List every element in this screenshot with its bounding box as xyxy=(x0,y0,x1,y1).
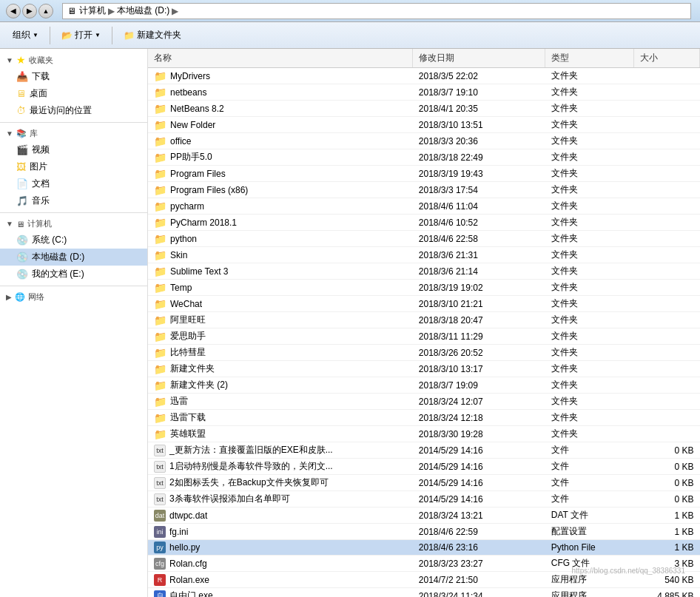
table-row[interactable]: pyhello.py 2018/4/6 23:16 Python File 1 … xyxy=(148,540,700,556)
table-row[interactable]: 📁英雄联盟 2018/3/30 19:28 文件夹 xyxy=(148,426,700,442)
cell-date: 2018/3/24 13:21 xyxy=(413,507,545,524)
col-date[interactable]: 修改日期 xyxy=(413,49,545,68)
table-row[interactable]: 📁PP助手5.0 2018/3/18 22:49 文件夹 xyxy=(148,149,700,166)
open-icon: 📂 xyxy=(61,30,73,41)
cell-size: 0 KB xyxy=(633,475,699,491)
table-row[interactable]: 📁Temp 2018/3/19 19:02 文件夹 xyxy=(148,280,700,296)
table-row[interactable]: txt1启动特别慢是杀毒软件导致的，关闭文... 2014/5/29 14:16… xyxy=(148,459,700,475)
table-row[interactable]: 📁新建文件夹 (2) 2018/3/7 19:09 文件夹 xyxy=(148,377,700,394)
file-name-text: Program Files (x86) xyxy=(170,185,248,195)
cell-name: 📁迅雷下载 xyxy=(148,410,413,426)
table-row[interactable]: datdtwpc.dat 2018/3/24 13:21 DAT 文件 1 KB xyxy=(148,507,700,524)
file-name-text: Sublime Text 3 xyxy=(170,266,229,277)
network-label: 网络 xyxy=(28,291,44,303)
up-button[interactable]: ▲ xyxy=(38,4,53,18)
cell-type: 文件夹 xyxy=(545,231,633,247)
col-size[interactable]: 大小 xyxy=(633,49,699,68)
table-row[interactable]: 📁Skin 2018/3/6 21:31 文件夹 xyxy=(148,247,700,263)
table-row[interactable]: 📁迅雷 2018/3/24 12:07 文件夹 xyxy=(148,394,700,410)
table-row[interactable]: 📁Program Files (x86) 2018/3/3 17:54 文件夹 xyxy=(148,182,700,198)
downloads-icon: 📥 xyxy=(16,71,28,82)
new-folder-button[interactable]: 📁 新建文件夹 xyxy=(117,27,188,44)
table-row[interactable]: 📁MyDrivers 2018/3/5 22:02 文件夹 xyxy=(148,68,700,84)
table-row[interactable]: 📁pycharm 2018/4/6 11:04 文件夹 xyxy=(148,198,700,215)
cell-type: 文件夹 xyxy=(545,182,633,198)
table-row[interactable]: 自自由门.exe 2018/3/24 11:34 应用程序 4,885 KB xyxy=(148,588,700,598)
cell-date: 2014/7/2 21:50 xyxy=(413,572,545,588)
sidebar-item-drive-d[interactable]: 💿 本地磁盘 (D:) xyxy=(0,249,147,266)
organize-button[interactable]: 组织 ▼ xyxy=(6,27,45,44)
file-name-text: Rolan.cfg xyxy=(169,559,207,569)
cell-type: 文件夹 xyxy=(545,166,633,182)
file-name-text: python xyxy=(170,234,197,244)
forward-button[interactable]: ▶ xyxy=(22,4,37,18)
table-row[interactable]: txt_更新方法：直接覆盖旧版的EXE和皮肤... 2014/5/29 14:1… xyxy=(148,442,700,459)
table-row[interactable]: 📁爱思助手 2018/3/11 11:29 文件夹 xyxy=(148,328,700,345)
cell-size xyxy=(633,117,699,133)
open-button[interactable]: 📂 打开 ▼ xyxy=(55,27,107,44)
cell-name: 📁Program Files (x86) xyxy=(148,182,413,198)
sidebar-library-header[interactable]: ▼ 📚 库 xyxy=(0,126,147,141)
new-folder-icon: 📁 xyxy=(124,30,135,41)
cell-type: 文件夹 xyxy=(545,215,633,231)
table-row[interactable]: 📁比特彗星 2018/3/26 20:52 文件夹 xyxy=(148,345,700,361)
sidebar-item-music[interactable]: 🎵 音乐 xyxy=(0,192,147,209)
cell-date: 2018/3/24 12:07 xyxy=(413,394,545,410)
table-row[interactable]: cfgRolan.cfg 2018/3/23 23:27 CFG 文件 3 KB xyxy=(148,556,700,572)
table-row[interactable]: inifg.ini 2018/4/6 22:59 配置设置 1 KB xyxy=(148,524,700,540)
video-icon: 🎬 xyxy=(16,144,28,155)
table-row[interactable]: 📁New Folder 2018/3/10 13:51 文件夹 xyxy=(148,117,700,133)
table-row[interactable]: 📁NetBeans 8.2 2018/4/1 20:35 文件夹 xyxy=(148,101,700,117)
sidebar-network-header[interactable]: ▶ 🌐 网络 xyxy=(0,289,147,305)
table-row[interactable]: 📁office 2018/3/3 20:36 文件夹 xyxy=(148,133,700,149)
table-row[interactable]: 📁PyCharm 2018.1 2018/4/6 10:52 文件夹 xyxy=(148,215,700,231)
sidebar-item-downloads[interactable]: 📥 下载 xyxy=(0,68,147,85)
file-name-text: New Folder xyxy=(170,120,215,130)
folder-icon: 📁 xyxy=(154,87,166,98)
table-row[interactable]: txt3杀毒软件误报添加白名单即可 2014/5/29 14:16 文件 0 K… xyxy=(148,491,700,507)
table-row[interactable]: 📁新建文件夹 2018/3/10 13:17 文件夹 xyxy=(148,361,700,377)
sidebar-item-recent[interactable]: ⏱ 最近访问的位置 xyxy=(0,102,147,119)
sidebar-item-desktop[interactable]: 🖥 桌面 xyxy=(0,85,147,102)
col-type[interactable]: 类型 xyxy=(545,49,633,68)
table-row[interactable]: txt2如图标丢失，在Backup文件夹恢复即可 2014/5/29 14:16… xyxy=(148,475,700,491)
cell-size xyxy=(633,328,699,345)
sidebar-item-video[interactable]: 🎬 视频 xyxy=(0,141,147,158)
table-row[interactable]: 📁Sublime Text 3 2018/3/6 21:14 文件夹 xyxy=(148,263,700,280)
cell-type: 文件夹 xyxy=(545,117,633,133)
cell-date: 2018/3/23 23:27 xyxy=(413,556,545,572)
sidebar-favorites-header[interactable]: ▼ ★ 收藏夹 xyxy=(0,52,147,68)
table-row[interactable]: RRolan.exe 2014/7/2 21:50 应用程序 540 KB xyxy=(148,572,700,588)
folder-icon: 📁 xyxy=(154,200,166,212)
file-name-text: 自由门.exe xyxy=(169,590,213,597)
toolbar-sep2 xyxy=(112,27,112,44)
file-name-text: hello.py xyxy=(169,542,200,553)
sidebar-item-drive-c[interactable]: 💿 系统 (C:) xyxy=(0,232,147,249)
sidebar-section-favorites: ▼ ★ 收藏夹 📥 下载 🖥 桌面 ⏱ 最近访问的位置 xyxy=(0,52,147,119)
table-row[interactable]: 📁阿里旺旺 2018/3/18 20:47 文件夹 xyxy=(148,312,700,328)
sidebar-item-documents[interactable]: 📄 文档 xyxy=(0,175,147,192)
folder-icon: 📁 xyxy=(154,184,166,196)
back-button[interactable]: ◀ xyxy=(6,4,21,18)
cell-size: 540 KB xyxy=(633,572,699,588)
table-row[interactable]: 📁netbeans 2018/3/7 19:10 文件夹 xyxy=(148,84,700,101)
address-bar[interactable]: 🖥 计算机 ▶ 本地磁盘 (D:) ▶ xyxy=(62,3,691,19)
main-layout: ▼ ★ 收藏夹 📥 下载 🖥 桌面 ⏱ 最近访问的位置 ▼ 📚 库 xyxy=(0,49,700,597)
sidebar-item-pictures[interactable]: 🖼 图片 xyxy=(0,158,147,175)
music-icon: 🎵 xyxy=(16,195,28,206)
table-row[interactable]: 📁迅雷下载 2018/3/24 12:18 文件夹 xyxy=(148,410,700,426)
table-row[interactable]: 📁Program Files 2018/3/19 19:43 文件夹 xyxy=(148,166,700,182)
cell-type: 文件夹 xyxy=(545,410,633,426)
address-computer: 计算机 xyxy=(79,4,106,17)
cell-size xyxy=(633,84,699,101)
sidebar-item-drive-e[interactable]: 💿 我的文档 (E:) xyxy=(0,266,147,283)
cell-size: 0 KB xyxy=(633,459,699,475)
sidebar-computer-header[interactable]: ▼ 🖥 计算机 xyxy=(0,216,147,232)
pictures-icon: 🖼 xyxy=(16,161,26,172)
exe-ziyou-icon: 自 xyxy=(154,590,166,598)
cell-name: 自自由门.exe xyxy=(148,588,413,598)
table-row[interactable]: 📁python 2018/4/6 22:58 文件夹 xyxy=(148,231,700,247)
drive-c-icon: 💿 xyxy=(16,235,28,246)
col-name[interactable]: 名称 xyxy=(148,49,413,68)
table-row[interactable]: 📁WeChat 2018/3/10 21:21 文件夹 xyxy=(148,296,700,312)
